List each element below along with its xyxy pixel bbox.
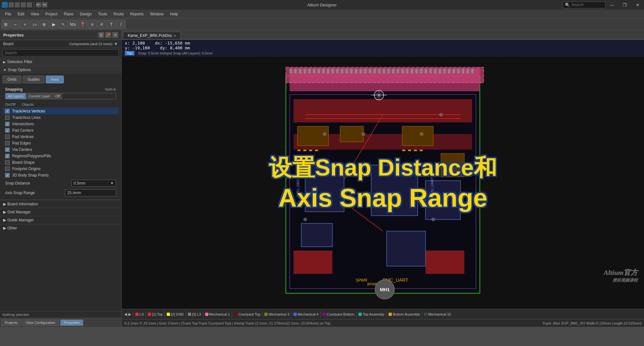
object-row-via-centers[interactable]: Via Centers: [3, 146, 119, 153]
object-row-track-arcs-lines[interactable]: Track/Arcs Lines: [3, 114, 119, 121]
component-tool-button[interactable]: ⊕: [40, 20, 49, 29]
menu-reports[interactable]: Reports: [128, 11, 146, 17]
layer-top[interactable]: [1] Top: [148, 312, 163, 316]
checkbox-pad-centers[interactable]: [5, 128, 10, 133]
checkbox-intersections[interactable]: [5, 122, 10, 126]
filter-tool-button[interactable]: ⊞: [1, 20, 10, 29]
object-row-track-arcs-vertices[interactable]: Track/Arcs Vertices: [3, 108, 119, 114]
redo-icon[interactable]: ↪: [42, 2, 47, 7]
properties-search-input[interactable]: [3, 49, 119, 56]
layer-courtyard-bottom[interactable]: Courtyard Bottom: [323, 312, 354, 316]
pcb-tab-close-icon[interactable]: ✕: [173, 34, 176, 37]
snap-tab-guides[interactable]: Guides: [23, 76, 44, 83]
object-row-3d-body[interactable]: 3D Body Snap Points: [3, 172, 119, 178]
snap-current-layer-button[interactable]: Current Layer: [26, 93, 52, 99]
checkbox-track-arcs-vertices[interactable]: [5, 109, 10, 113]
tab-view-configuration[interactable]: View Configuration: [22, 319, 59, 326]
snap-distance-dropdown-arrow[interactable]: ▼: [110, 181, 114, 185]
snap-off-button[interactable]: Off: [53, 93, 62, 99]
wire-tool-button[interactable]: ⌐: [11, 20, 20, 29]
pin-tool-button[interactable]: 📍: [78, 20, 87, 29]
run-tool-button[interactable]: ▶: [49, 20, 58, 29]
svg-text:MH1: MH1: [380, 287, 390, 292]
board-information-label: Board Information: [7, 202, 38, 206]
maximize-button[interactable]: ❐: [618, 0, 631, 10]
snap-tab-axes[interactable]: Axes: [46, 76, 64, 83]
tab-projects[interactable]: Projects: [1, 319, 21, 326]
layer-courtyard-top[interactable]: Courtyard Top: [234, 312, 260, 316]
mx-tool-button[interactable]: Mx: [68, 20, 77, 29]
menu-route[interactable]: Route: [111, 11, 126, 17]
layer-ls[interactable]: LS: [135, 312, 144, 316]
panel-pin-button[interactable]: 📌: [105, 32, 111, 38]
menu-design[interactable]: Design: [77, 11, 94, 17]
new-icon[interactable]: [9, 2, 14, 7]
open-icon[interactable]: [15, 2, 20, 7]
layer-tool-button[interactable]: ≡: [88, 20, 97, 29]
menu-view[interactable]: View: [28, 11, 42, 17]
tab-properties[interactable]: Properties: [60, 319, 83, 326]
plus-tool-button[interactable]: +: [20, 20, 29, 29]
menu-place[interactable]: Place: [61, 11, 76, 17]
grid-manager-header[interactable]: ▶ Grid Manager: [0, 208, 121, 216]
pcb-tab[interactable]: Kame_EXP_BRK.PcbDoc ✕: [123, 32, 181, 39]
object-row-regions[interactable]: Regions/Polygons/Fills: [3, 153, 119, 159]
snap-distance-value[interactable]: 0.5mm ▼: [71, 180, 116, 187]
cursor-tool-button[interactable]: ↖: [59, 20, 68, 29]
layer-top-assembly[interactable]: Top Assembly: [358, 312, 384, 316]
checkbox-board-shape[interactable]: [5, 160, 10, 165]
layer-nav-right-icon[interactable]: ▶: [128, 312, 131, 317]
checkbox-regions[interactable]: [5, 154, 10, 158]
panel-menu-button[interactable]: ☰: [98, 32, 104, 38]
layer-gnd[interactable]: [2] GND: [167, 312, 184, 316]
checkbox-pad-vertices[interactable]: [5, 135, 10, 139]
panel-close-button[interactable]: ✕: [112, 32, 118, 38]
object-row-footprint-origins[interactable]: Footprint Origins: [3, 166, 119, 172]
filter-icon[interactable]: ▼: [114, 41, 118, 46]
object-row-board-shape[interactable]: Board Shape: [3, 159, 119, 166]
snap-all-layers-button[interactable]: All Layers: [5, 93, 26, 99]
menu-tools[interactable]: Tools: [96, 11, 110, 17]
object-row-pad-centers[interactable]: Pad Centers: [3, 127, 119, 134]
checkbox-via-centers[interactable]: [5, 147, 10, 152]
save-all-icon[interactable]: [27, 2, 32, 7]
minimize-button[interactable]: —: [606, 0, 618, 10]
line-tool-button[interactable]: /: [117, 20, 125, 29]
object-row-pad-vertices[interactable]: Pad Vertices: [3, 134, 119, 140]
board-information-header[interactable]: ▶ Board Information: [0, 200, 121, 208]
snap-tab-grids[interactable]: Grids: [3, 76, 21, 83]
axis-snap-input[interactable]: [65, 189, 116, 196]
save-icon[interactable]: [21, 2, 26, 7]
checkbox-pad-edges[interactable]: [5, 141, 10, 145]
title-search-area[interactable]: 🔍: [563, 2, 606, 8]
guide-manager-header[interactable]: ▶ Guide Manager: [0, 216, 121, 224]
text-tool-button[interactable]: T: [107, 20, 116, 29]
layer-l3[interactable]: [3] L3: [188, 312, 201, 316]
layer-mech1[interactable]: Mechanical 1: [205, 312, 230, 316]
layer-mech4[interactable]: Mechanical 4: [294, 312, 318, 316]
layer-mech15[interactable]: Mechanical 15: [424, 312, 451, 316]
menu-edit[interactable]: Edit: [15, 11, 27, 17]
undo-icon[interactable]: ↩: [36, 2, 41, 7]
menu-project[interactable]: Project: [43, 11, 60, 17]
title-search-input[interactable]: [571, 3, 603, 7]
checkbox-3d-body[interactable]: [5, 173, 10, 177]
layer-mech3[interactable]: Mechanical 3: [264, 312, 289, 316]
menu-window[interactable]: Window: [148, 11, 166, 17]
menu-help[interactable]: Help: [167, 11, 181, 17]
checkbox-track-arcs-lines[interactable]: [5, 115, 10, 120]
other-header[interactable]: ▶ Other: [0, 224, 121, 232]
object-row-pad-edges[interactable]: Pad Edges: [3, 140, 119, 146]
grid-tool-button[interactable]: #: [97, 20, 106, 29]
axis-snap-row: Axis Snap Range: [3, 188, 119, 198]
checkbox-footprint-origins[interactable]: [5, 167, 10, 171]
pcb-board[interactable]: FMU_DBO LS FMU_UART BMC_UART SPWR BPWR M…: [122, 56, 644, 309]
close-button[interactable]: ✕: [631, 0, 644, 10]
menu-file[interactable]: File: [3, 11, 14, 17]
layer-bottom-assembly[interactable]: Bottom Assembly: [389, 312, 420, 316]
rect-tool-button[interactable]: ▭: [30, 20, 39, 29]
selection-filter-header[interactable]: ▶ Selection Filter: [0, 58, 121, 66]
snap-options-header[interactable]: ▼ Snap Options: [0, 66, 121, 74]
layer-nav-left-icon[interactable]: ◀: [124, 312, 127, 317]
object-row-intersections[interactable]: Intersections: [3, 121, 119, 127]
